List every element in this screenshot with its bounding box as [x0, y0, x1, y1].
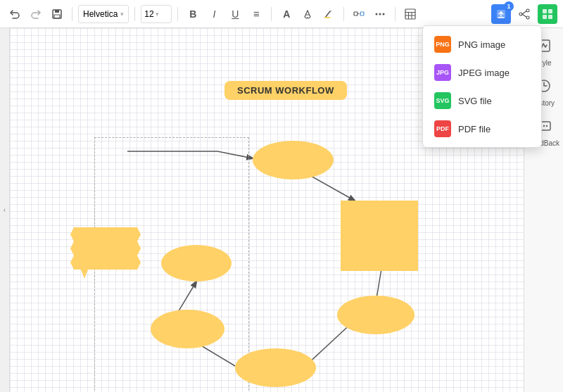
pdf-icon: PDF	[434, 120, 451, 137]
align-button[interactable]: ≡	[247, 5, 265, 23]
svg-rect-6	[360, 12, 364, 15]
font-chevron: ▾	[120, 11, 124, 18]
svg-rect-4	[324, 17, 330, 18]
left-collapse-button[interactable]: ‹	[0, 28, 10, 392]
connect-button[interactable]	[350, 5, 368, 23]
pdf-label: PDF file	[458, 124, 491, 134]
export-btn-wrapper: 1	[491, 4, 511, 24]
speech-bubble[interactable]	[70, 224, 144, 280]
bold-button[interactable]: B	[184, 5, 202, 23]
svg-label: SVG file	[458, 96, 492, 106]
export-dropdown: PNG PNG image JPG JPEG image SVG SVG fil…	[422, 25, 542, 148]
diagram-title[interactable]: SCRUM WORKFLOW	[224, 81, 347, 100]
font-size-selector[interactable]: 12 ▾	[141, 5, 172, 23]
svg-point-21	[519, 13, 522, 15]
png-label: PNG image	[458, 39, 505, 50]
svg-rect-1	[55, 10, 59, 13]
export-jpeg[interactable]: JPG JPEG image	[423, 58, 541, 87]
svg-line-34	[217, 151, 253, 158]
svg-line-23	[522, 14, 526, 17]
svg-rect-11	[405, 9, 415, 19]
export-png[interactable]: PNG PNG image	[423, 30, 541, 58]
svg-point-20	[526, 16, 529, 19]
svg-point-19	[526, 9, 529, 12]
svg-marker-37	[81, 270, 88, 279]
underline-button[interactable]: U	[226, 5, 244, 23]
ellipse-mid-left[interactable]	[161, 245, 232, 282]
svg-line-22	[522, 11, 526, 13]
svg-rect-25	[548, 9, 552, 13]
toolbar: Helvetica ▾ 12 ▾ B I U ≡ A 1	[0, 0, 563, 28]
save-button[interactable]	[48, 5, 66, 23]
svg-rect-5	[354, 12, 358, 15]
jpeg-label: JPEG image	[458, 68, 510, 78]
redo-button[interactable]	[27, 5, 45, 23]
stroke-button[interactable]	[320, 5, 338, 23]
divider-5	[343, 7, 344, 21]
share-button[interactable]	[515, 5, 533, 23]
font-size-value: 12	[144, 9, 153, 19]
png-icon: PNG	[434, 36, 451, 53]
ellipse-top[interactable]	[253, 141, 334, 179]
ellipse-bottom-left[interactable]	[151, 310, 224, 348]
svg-rect-26	[543, 15, 547, 19]
font-size-chevron: ▾	[156, 11, 159, 18]
rect-right[interactable]	[341, 201, 418, 271]
extra-button[interactable]	[371, 5, 389, 23]
table-button[interactable]	[401, 5, 419, 23]
svg-rect-27	[548, 15, 552, 19]
divider-3	[177, 7, 178, 21]
divider-2	[134, 7, 135, 21]
svg-line-33	[177, 282, 196, 313]
italic-button[interactable]: I	[205, 5, 223, 23]
undo-button[interactable]	[6, 5, 24, 23]
jpeg-icon: JPG	[434, 64, 451, 81]
svg-icon: SVG	[434, 92, 451, 109]
font-color-button[interactable]: A	[277, 5, 296, 23]
export-badge: 1	[504, 1, 514, 11]
svg-point-9	[379, 13, 381, 15]
ellipse-bottom-center[interactable]	[235, 348, 316, 387]
fill-button[interactable]	[298, 5, 317, 23]
divider-1	[72, 7, 72, 21]
font-name: Helvetica	[83, 9, 118, 19]
font-selector[interactable]: Helvetica ▾	[78, 5, 129, 23]
extra2-button[interactable]	[538, 4, 557, 24]
collapse-icon: ‹	[4, 206, 6, 214]
divider-6	[395, 7, 396, 21]
svg-point-10	[383, 13, 385, 15]
export-svg[interactable]: SVG SVG file	[423, 87, 541, 115]
svg-point-8	[376, 13, 378, 15]
svg-rect-24	[543, 9, 547, 13]
svg-marker-36	[70, 227, 141, 270]
svg-point-43	[545, 125, 547, 127]
svg-point-42	[543, 125, 544, 127]
ellipse-right-bottom[interactable]	[337, 296, 415, 334]
divider-4	[271, 7, 272, 21]
export-pdf[interactable]: PDF PDF file	[423, 115, 541, 143]
